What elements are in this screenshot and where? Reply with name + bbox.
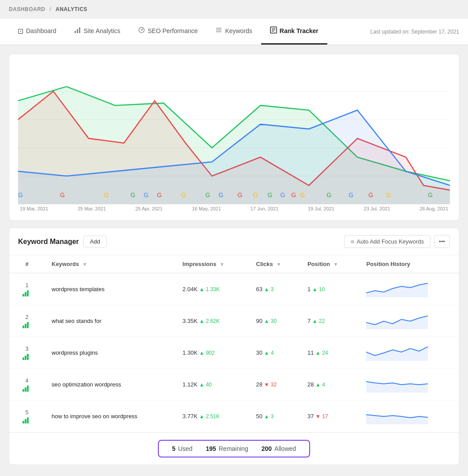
col-history: Position History (359, 255, 459, 273)
tab-dashboard[interactable]: ⊡ Dashboard (9, 19, 65, 45)
col-position[interactable]: Position ▼ (300, 255, 359, 273)
row-clicks: 90 ▲ 30 (249, 305, 300, 337)
chart-dates: 19 Mar, 2021 25 Mar, 2021 25 Apr, 2021 1… (18, 206, 450, 211)
table-row: 5 how to improve seo on wordpress3.77K ▲… (9, 401, 459, 432)
row-history-chart (359, 337, 459, 369)
table-row: 3 wordpress plugins1.30K ▲ 90230 ▲ 411 ▲… (9, 337, 459, 369)
breadcrumb: DASHBOARD / ANALYTICS (0, 0, 468, 19)
table-row: 1 wordpress templates2.04K ▲ 1.33K63 ▲ 3… (9, 273, 459, 305)
row-num: 1 (9, 273, 45, 305)
g-logo-7: G (181, 191, 186, 199)
row-keyword: seo optimization wordpress (45, 369, 176, 401)
auto-add-dot (351, 240, 354, 244)
allowed-label: Allowed (274, 445, 296, 452)
g-logo-10: G (237, 191, 242, 199)
dashboard-icon: ⊡ (18, 27, 23, 35)
keyword-manager-title: Keyword Manager (18, 238, 79, 246)
row-keyword: wordpress plugins (45, 337, 176, 369)
keywords-sort-icon: ▼ (82, 262, 87, 267)
row-num: 3 (9, 337, 45, 369)
table-header-row: # Keywords ▼ Impressions ▼ Clicks ▼ Posi… (9, 255, 459, 273)
main-content: G G G G G G G G G G G G G G G G G G G G (0, 45, 468, 474)
stat-remaining: 195 Remaining (206, 445, 248, 452)
add-keyword-button[interactable]: Add (83, 236, 107, 247)
row-num: 5 (9, 401, 45, 432)
col-keywords[interactable]: Keywords ▼ (45, 255, 176, 273)
keyword-actions: Auto Add Focus Keywords ••• (344, 235, 450, 248)
tab-site-analytics[interactable]: Site Analytics (65, 19, 129, 45)
main-chart: G G G G G G G G G G G G G G G G G G G G (18, 63, 450, 204)
date-1: 19 Mar, 2021 (20, 206, 48, 211)
stats-box: 5 Used 195 Remaining 200 Allowed (158, 440, 310, 457)
row-history-chart (359, 369, 459, 401)
tab-dashboard-label: Dashboard (26, 27, 56, 34)
date-3: 25 Apr, 2021 (135, 206, 163, 211)
chart-area: G G G G G G G G G G G G G G G G G G G G (18, 63, 450, 204)
stat-allowed: 200 Allowed (262, 445, 296, 452)
g-logo-6: G (157, 191, 162, 199)
more-options-button[interactable]: ••• (434, 235, 450, 248)
row-position: 11 ▲ 24 (300, 337, 359, 369)
table-row: 4 seo optimization wordpress1.12K ▲ 4028… (9, 369, 459, 401)
breadcrumb-dashboard[interactable]: DASHBOARD (9, 6, 45, 12)
svg-rect-16 (22, 294, 24, 296)
keywords-table: # Keywords ▼ Impressions ▼ Clicks ▼ Posi… (9, 255, 459, 432)
keyword-header: Keyword Manager Add Auto Add Focus Keywo… (9, 228, 459, 255)
allowed-num: 200 (262, 445, 272, 452)
g-logo-2: G (60, 191, 65, 199)
svg-rect-25 (25, 356, 26, 360)
remaining-num: 195 (206, 445, 216, 452)
row-impressions: 3.35K ▲ 2.62K (176, 305, 249, 337)
row-history-chart (359, 305, 459, 337)
g-logo-20: G (428, 191, 433, 199)
svg-rect-22 (27, 322, 29, 328)
svg-marker-19 (366, 283, 428, 297)
last-updated: Last updated on: September 17, 2021 (371, 29, 460, 35)
row-num: 4 (9, 369, 45, 401)
keywords-icon (215, 26, 222, 35)
tab-keywords[interactable]: Keywords (206, 19, 261, 45)
col-clicks[interactable]: Clicks ▼ (249, 255, 300, 273)
stat-used: 5 Used (172, 445, 192, 452)
svg-rect-32 (22, 421, 24, 424)
g-logo-18: G (368, 191, 373, 199)
row-position: 37 ▼ 17 (300, 401, 359, 432)
footer-stats: 5 Used 195 Remaining 200 Allowed (9, 432, 459, 465)
site-analytics-icon (74, 26, 81, 35)
tab-seo-performance-label: SEO Performance (148, 27, 198, 34)
col-impressions[interactable]: Impressions ▼ (176, 255, 249, 273)
svg-rect-30 (27, 386, 29, 392)
table-head: # Keywords ▼ Impressions ▼ Clicks ▼ Posi… (9, 255, 459, 273)
g-logo-5: G (144, 191, 149, 199)
tab-seo-performance[interactable]: SEO Performance (129, 19, 207, 45)
clicks-sort-icon: ▼ (276, 262, 281, 267)
svg-rect-21 (25, 324, 26, 328)
svg-rect-28 (22, 389, 24, 392)
table-row: 2 what seo stands for3.35K ▲ 2.62K90 ▲ 3… (9, 305, 459, 337)
row-keyword: how to improve seo on wordpress (45, 401, 176, 432)
auto-add-label: Auto Add Focus Keywords (357, 238, 424, 245)
g-logo-14: G (291, 191, 296, 199)
g-logo-16: G (326, 191, 331, 199)
remaining-label: Remaining (219, 445, 248, 452)
row-impressions: 1.30K ▲ 902 (176, 337, 249, 369)
g-logo-13: G (280, 191, 285, 199)
used-num: 5 (172, 445, 176, 452)
breadcrumb-current: ANALYTICS (56, 6, 87, 12)
row-position: 1 ▲ 10 (300, 273, 359, 305)
svg-rect-17 (25, 292, 26, 296)
position-sort-icon: ▼ (333, 262, 338, 267)
date-5: 17 Jun, 2021 (251, 206, 279, 211)
svg-rect-0 (75, 31, 76, 33)
g-logo-17: G (348, 191, 353, 199)
auto-add-button[interactable]: Auto Add Focus Keywords (344, 235, 431, 248)
g-logo-4: G (131, 191, 135, 199)
g-logo-12: G (267, 191, 272, 199)
svg-point-4 (141, 30, 142, 31)
seo-performance-icon (138, 26, 145, 35)
row-clicks: 50 ▲ 3 (249, 401, 300, 432)
tab-rank-tracker[interactable]: Rank Tracker (261, 19, 327, 45)
row-clicks: 63 ▲ 3 (249, 273, 300, 305)
tabs-bar: ⊡ Dashboard Site Analytics SEO Performan… (0, 19, 468, 45)
row-keyword: wordpress templates (45, 273, 176, 305)
